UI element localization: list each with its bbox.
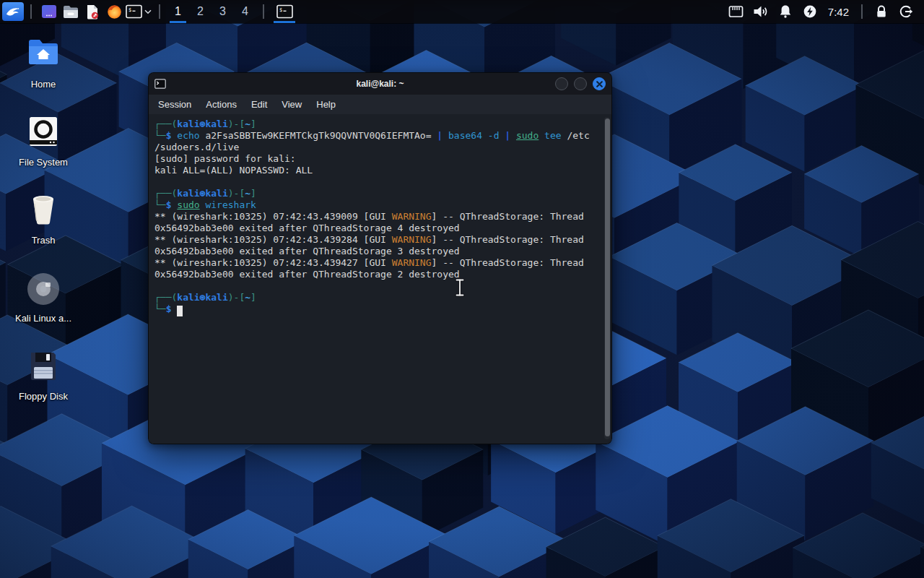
terminal-line: └─$ echo a2FsaSBBTEw9KEFMTCkgTk9QQVNTV0Q… <box>154 130 600 142</box>
power-manager-tray-button[interactable] <box>798 0 822 23</box>
trash-icon <box>28 194 58 225</box>
terminal-line: 0x56492bab3e00 exited after QThreadStora… <box>154 223 600 234</box>
system-tray: 7:42 <box>724 0 918 23</box>
desktop-icon-label: Floppy Disk <box>19 391 68 402</box>
workspace-3[interactable]: 3 <box>212 0 234 23</box>
power-manager-icon <box>803 4 817 19</box>
terminal-window: kali@kali: ~ Session Actions Edit View H… <box>148 72 612 444</box>
kali-menu-icon <box>5 4 21 19</box>
menu-edit[interactable]: Edit <box>251 99 267 110</box>
volume-tray-button[interactable] <box>749 0 773 23</box>
scrollbar-track[interactable] <box>604 117 610 439</box>
terminal-line: 0x56492bab3e00 exited after QThreadStora… <box>154 246 600 257</box>
workspace-1[interactable]: 1 <box>167 0 189 23</box>
terminal-line: ┌──(kali⊛kali)-[~] <box>154 188 600 199</box>
workspace-4[interactable]: 4 <box>234 0 256 23</box>
terminal-menubar: Session Actions Edit View Help <box>149 95 611 114</box>
lock-screen-button[interactable] <box>869 0 894 23</box>
top-panel: $ 1 2 3 4 $ <box>0 0 924 23</box>
panel-separator <box>263 4 264 19</box>
workspace-4-label: 4 <box>242 5 248 18</box>
network-tray-button[interactable] <box>724 0 749 23</box>
panel-separator <box>861 4 863 19</box>
terminal-block-cursor <box>177 306 183 316</box>
terminal-content[interactable]: ┌──(kali⊛kali)-[~]└─$ echo a2FsaSBBTEw9K… <box>149 114 611 444</box>
close-button[interactable] <box>593 77 606 90</box>
terminal-line: ┌──(kali⊛kali)-[~] <box>154 118 600 130</box>
chevron-down-icon <box>144 9 152 14</box>
launcher-text-editor[interactable] <box>82 1 103 22</box>
terminal-line: └─$ <box>154 303 600 316</box>
terminal-titlebar-icon <box>154 79 166 89</box>
terminal-window-icon: $ <box>276 4 293 19</box>
workspace-2-label: 2 <box>197 5 204 18</box>
notifications-tray-button[interactable] <box>773 0 798 23</box>
menu-view[interactable]: View <box>282 99 302 110</box>
terminal-line: ** (wireshark:10325) 07:42:43.439284 [GU… <box>154 234 600 246</box>
clock[interactable]: 7:42 <box>822 6 855 18</box>
desktop-icon-trash[interactable]: Trash <box>9 194 78 246</box>
launcher-apps[interactable] <box>38 1 60 22</box>
volume-icon <box>753 5 769 18</box>
file-system-drive-icon <box>27 116 59 147</box>
terminal-titlebar[interactable]: kali@kali: ~ <box>149 73 611 95</box>
menu-actions[interactable]: Actions <box>206 99 237 110</box>
lock-screen-icon <box>876 4 887 19</box>
home-folder-icon <box>26 38 61 66</box>
workspace-3-label: 3 <box>219 5 226 18</box>
workspace-2[interactable]: 2 <box>189 0 212 23</box>
terminal-launcher-icon: $ <box>126 4 142 19</box>
window-title: kali@kali: ~ <box>149 79 611 89</box>
kali-menu-button[interactable] <box>2 2 24 21</box>
network-icon <box>728 5 744 18</box>
apps-icon <box>41 4 57 19</box>
terminal-line: ** (wireshark:10325) 07:42:43.439427 [GU… <box>154 257 600 269</box>
terminal-line <box>154 176 600 188</box>
close-icon <box>596 81 603 87</box>
logout-icon <box>899 4 913 19</box>
taskbar-item-terminal[interactable]: $ <box>271 0 298 23</box>
svg-text:$: $ <box>128 7 131 13</box>
terminal-line: [sudo] password for kali: <box>154 153 600 165</box>
firefox-icon <box>107 4 122 20</box>
launcher-file-manager[interactable] <box>60 1 82 22</box>
launcher-terminal[interactable]: $ <box>125 1 152 22</box>
minimize-button[interactable] <box>555 77 568 90</box>
text-editor-icon <box>85 4 100 20</box>
terminal-line: kali ALL=(ALL) NOPASSWD: ALL <box>154 165 600 176</box>
scrollbar-thumb[interactable] <box>605 118 610 436</box>
notifications-bell-icon <box>779 4 792 19</box>
workspace-1-label: 1 <box>175 5 181 18</box>
desktop-icon-kali-linux[interactable]: Kali Linux a... <box>9 272 78 324</box>
desktop-icon-file-system[interactable]: File System <box>9 116 78 168</box>
floppy-disk-icon <box>28 350 58 381</box>
desktop-icon-home[interactable]: Home <box>9 38 78 90</box>
file-manager-icon <box>63 5 79 19</box>
panel-separator <box>159 4 160 19</box>
terminal-lines: ┌──(kali⊛kali)-[~]└─$ echo a2FsaSBBTEw9K… <box>154 118 600 316</box>
logout-button[interactable] <box>894 0 918 23</box>
menu-help[interactable]: Help <box>316 99 336 110</box>
terminal-line: └─$ sudo wireshark <box>154 199 600 211</box>
desktop: Home File System Trash Kali Linux a... <box>9 38 78 428</box>
kali-disc-icon <box>26 272 61 306</box>
desktop-icon-label: File System <box>19 157 68 168</box>
menu-session[interactable]: Session <box>158 99 191 110</box>
terminal-line: 0x56492bab3e00 exited after QThreadStora… <box>154 269 600 280</box>
maximize-button[interactable] <box>574 77 587 90</box>
desktop-icon-floppy-disk[interactable]: Floppy Disk <box>9 350 78 402</box>
terminal-line: ┌──(kali⊛kali)-[~] <box>154 292 600 303</box>
panel-separator <box>30 4 32 19</box>
terminal-line <box>154 280 600 292</box>
terminal-line: /sudoers.d/live <box>154 142 600 153</box>
desktop-icon-label: Home <box>31 79 56 90</box>
svg-text:$: $ <box>279 7 282 13</box>
desktop-icon-label: Trash <box>32 235 56 246</box>
launcher-firefox[interactable] <box>103 1 125 22</box>
terminal-line: ** (wireshark:10325) 07:42:43.439009 [GU… <box>154 211 600 223</box>
desktop-icon-label: Kali Linux a... <box>15 313 71 324</box>
